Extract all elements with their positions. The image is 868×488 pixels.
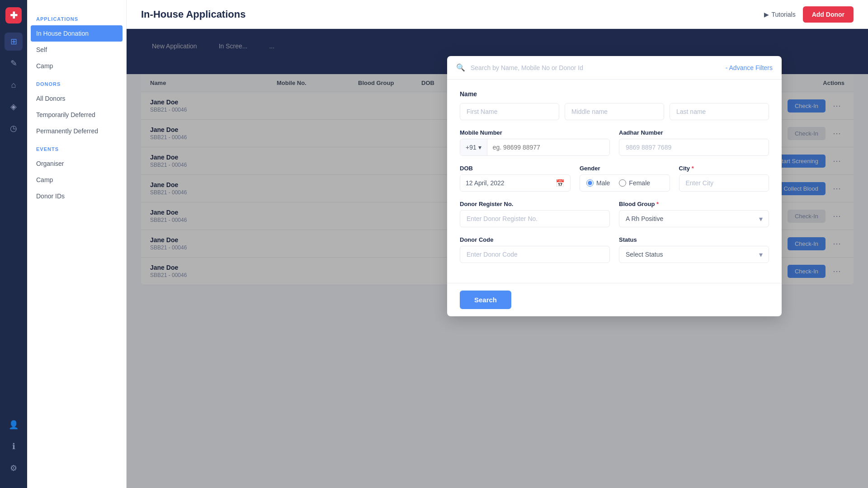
middle-name-input[interactable] [565, 103, 664, 120]
nav-item-temporarily-deferred[interactable]: Temporarily Deferred [27, 107, 126, 123]
donor-code-group: Donor Code [460, 236, 610, 263]
register-blood-row: Donor Register No. Blood Group * A Rh Po… [460, 201, 769, 227]
sidebar-icon-grid[interactable]: ⊞ [5, 33, 23, 51]
status-group: Status Select Status Active Deferred Rej… [619, 236, 769, 263]
filter-body: Name Mobile Number +91 ▾ [447, 80, 782, 283]
dob-input-wrap: 📅 [460, 174, 571, 192]
nav-section-events: EVENTS [27, 139, 126, 155]
advance-filters-button[interactable]: - Advance Filters [726, 64, 773, 71]
aadhar-number-input[interactable] [619, 139, 769, 156]
nav-item-camp[interactable]: Camp [27, 58, 126, 74]
first-name-input[interactable] [460, 103, 559, 120]
topbar: In-House Applications ▶ Tutorials Add Do… [127, 0, 868, 29]
name-section-label: Name [460, 90, 769, 98]
sidebar-icon-building[interactable]: ⌂ [5, 76, 23, 94]
name-fields [460, 103, 769, 120]
search-input[interactable] [471, 64, 720, 71]
nav-section-donors: DONORS [27, 74, 126, 90]
add-donor-button[interactable]: Add Donor [803, 6, 854, 23]
nav-item-all-donors[interactable]: All Donors [27, 90, 126, 107]
main-content: In-House Applications ▶ Tutorials Add Do… [127, 0, 868, 488]
sidebar-icon-settings[interactable]: ⚙ [5, 459, 23, 477]
gender-group: Gender Male Female [580, 165, 670, 192]
sidebar: ✚ ⊞ ✎ ⌂ ◈ ◷ 👤 ℹ ⚙ [0, 0, 27, 488]
mobile-aadhar-row: Mobile Number +91 ▾ Aadhar Number [460, 129, 769, 156]
search-bar-row: 🔍 - Advance Filters [447, 56, 782, 80]
page-title: In-House Applications [141, 9, 245, 20]
sidebar-icon-blood[interactable]: ◈ [5, 98, 23, 116]
search-icon: 🔍 [456, 63, 465, 72]
mobile-number-group: Mobile Number +91 ▾ [460, 129, 610, 156]
gender-female-radio[interactable] [619, 179, 626, 187]
donor-register-group: Donor Register No. [460, 201, 610, 227]
nav-item-in-house-donation[interactable]: In House Donation [31, 25, 123, 42]
aadhar-number-group: Aadhar Number [619, 129, 769, 156]
dob-input[interactable] [460, 175, 550, 191]
city-required-marker: * [692, 165, 694, 172]
topbar-actions: ▶ Tutorials Add Donor [764, 6, 854, 23]
status-select[interactable]: Select Status Active Deferred Rejected [619, 246, 769, 263]
city-input[interactable] [679, 174, 769, 192]
mobile-number-label: Mobile Number [460, 129, 610, 136]
nav-section-applications: APPLICATIONS [27, 9, 126, 25]
sidebar-icon-edit[interactable]: ✎ [5, 54, 23, 72]
nav-item-organiser[interactable]: Organiser [27, 155, 126, 172]
filter-footer: Search [447, 283, 782, 316]
calendar-icon[interactable]: 📅 [550, 179, 570, 188]
gender-options: Male Female [580, 174, 670, 192]
donor-register-input[interactable] [460, 210, 610, 227]
chevron-down-icon: ▾ [478, 144, 481, 151]
sidebar-icon-clock[interactable]: ◷ [5, 119, 23, 137]
nav-item-donor-ids[interactable]: Donor IDs [27, 188, 126, 204]
sidebar-icon-info[interactable]: ℹ [5, 437, 23, 455]
tutorials-button[interactable]: ▶ Tutorials [764, 11, 796, 18]
sidebar-icon-users[interactable]: 👤 [5, 416, 23, 434]
gender-female-label[interactable]: Female [619, 179, 650, 187]
dob-gender-city-row: DOB 📅 Gender Male [460, 165, 769, 192]
city-group: City * [679, 165, 769, 192]
blood-required-marker: * [656, 201, 659, 207]
left-navigation: APPLICATIONS In House Donation Self Camp… [27, 0, 127, 488]
status-select-wrap: Select Status Active Deferred Rejected [619, 246, 769, 263]
blood-group-select[interactable]: A Rh Positive A Rh Negative B Rh Positiv… [619, 210, 769, 227]
blood-group-label: Blood Group * [619, 201, 769, 207]
dob-label: DOB [460, 165, 571, 172]
dob-group: DOB 📅 [460, 165, 571, 192]
code-status-row: Donor Code Status Select Status Active D… [460, 236, 769, 263]
gender-male-radio[interactable] [586, 179, 594, 187]
search-button[interactable]: Search [460, 291, 511, 309]
nav-item-events-camp[interactable]: Camp [27, 172, 126, 188]
nav-item-permanently-deferred[interactable]: Permanently Deferred [27, 123, 126, 139]
blood-group-group: Blood Group * A Rh Positive A Rh Negativ… [619, 201, 769, 227]
app-logo[interactable]: ✚ [5, 7, 22, 23]
blood-group-select-wrap: A Rh Positive A Rh Negative B Rh Positiv… [619, 210, 769, 227]
filter-panel: 🔍 - Advance Filters Name Mobile Number [447, 56, 782, 316]
donor-code-input[interactable] [460, 246, 610, 263]
gender-male-label[interactable]: Male [586, 179, 610, 187]
nav-item-self[interactable]: Self [27, 42, 126, 58]
donor-code-label: Donor Code [460, 236, 610, 243]
play-icon: ▶ [764, 11, 769, 18]
content-area: New Application In Scree... ... Name Mob… [127, 29, 868, 488]
aadhar-number-label: Aadhar Number [619, 129, 769, 136]
last-name-input[interactable] [670, 103, 769, 120]
mobile-number-input[interactable] [487, 139, 609, 155]
phone-prefix[interactable]: +91 ▾ [460, 139, 487, 155]
gender-label: Gender [580, 165, 670, 172]
donor-register-label: Donor Register No. [460, 201, 610, 207]
city-label: City * [679, 165, 769, 172]
status-label: Status [619, 236, 769, 243]
phone-input-wrap: +91 ▾ [460, 139, 610, 156]
